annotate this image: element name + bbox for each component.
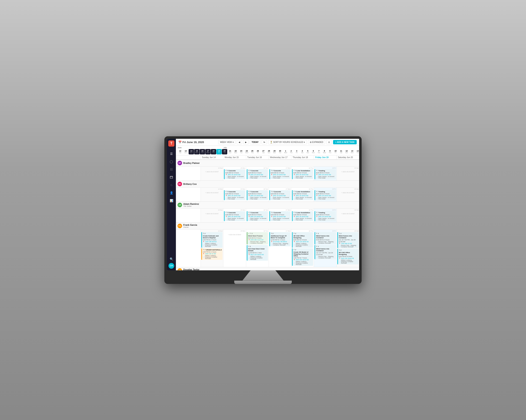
cal-day-jun-15[interactable]: 15Mon: [194, 149, 200, 154]
cell-p0-d2: 16 Tue⠿T Concrete8:00 AM for 9 hours📍699…: [246, 166, 269, 181]
cal-day-jul-1[interactable]: 1Wed: [283, 149, 288, 154]
task-project: 📄William Lindberg - Shipping Container R…: [248, 256, 267, 260]
t-icon: T: [204, 233, 205, 235]
task-card-p2-d2-t0[interactable]: ⠿T Concrete8:00 AM for 9 hours📍6992 7th …: [247, 211, 268, 221]
sidebar-icon-grid[interactable]: ☷: [168, 166, 175, 173]
task-card-p1-d4-t0[interactable]: ⠿T Liner Iinstallation8:00 AM for 9 hour…: [292, 190, 313, 200]
task-card-p2-d3-t0[interactable]: ⠿T Concrete8:00 AM for 9 hours📍6992 7th …: [269, 211, 291, 221]
add-event-p1-d6[interactable]: + ADD AN EVENT: [337, 190, 359, 195]
add-task-button[interactable]: + ADD A NEW TASK: [333, 140, 357, 144]
expanded-button[interactable]: ⊞ EXPANDED: [308, 140, 325, 144]
cal-day-jun-19[interactable]: 19Fri: [216, 149, 222, 154]
t-icon: T: [318, 191, 319, 193]
week-view-button[interactable]: WEEK VIEW ▾: [218, 140, 235, 144]
cal-day-jun-16[interactable]: 16Tue: [200, 149, 205, 154]
task-card-p3-d5-t1[interactable]: ⠿T Weld frames into ContainerJun 19 7:00…: [314, 245, 336, 259]
cal-day-jun-4[interactable]: 4Sat: [300, 149, 305, 154]
cal-day-jun-7[interactable]: 7Tue: [316, 149, 322, 154]
sidebar-icon-menu[interactable]: ☰: [168, 151, 175, 157]
task-location: 📍3343 11th Street SE: [293, 241, 312, 243]
task-card-p3-d0-t1[interactable]: ⠿T ORDER MATERIALS2:00 PM for 2 hours📍20…: [201, 248, 223, 260]
task-card-p2-d5-t0[interactable]: ⠿T Sealing8:00 AM for 9 hours📍6992 7th S…: [314, 211, 336, 221]
sidebar-icon-circle[interactable]: ◯: [168, 158, 175, 165]
cal-day-jun-6[interactable]: 6Mon: [311, 149, 316, 154]
add-event-p0-d0[interactable]: + ADD AN EVENT: [201, 169, 223, 174]
cal-day-jun-23[interactable]: 23Tue: [239, 149, 244, 154]
task-card-p0-d5-t0[interactable]: ⠿T Sealing8:00 AM for 9 hours📍6992 7th S…: [314, 169, 336, 179]
task-card-p2-d4-t0[interactable]: ⠿T Liner Iinstallation8:00 AM for 9 hour…: [292, 211, 313, 221]
cal-day-jun-12[interactable]: 12Sun: [344, 149, 349, 154]
add-event-p0-d6[interactable]: + ADD AN EVENT: [337, 169, 359, 174]
sidebar: T ☰ ◯ ☷ ♘ 👤 📊 🔍 CH: [167, 139, 176, 270]
person-role-3: Owner: [183, 226, 197, 228]
cal-day-jun-13[interactable]: 13Mon: [350, 149, 355, 154]
cal-day-jun-22[interactable]: 22Mon: [233, 149, 238, 154]
task-card-p1-d3-t0[interactable]: ⠿T Concrete8:00 AM for 9 hours📍6992 7th …: [269, 190, 291, 200]
task-card-p3-d5-t0[interactable]: ⠿T Weld frames into Container8:00 AM for…: [314, 232, 336, 245]
cal-day-jun-5[interactable]: 5Sun: [305, 149, 311, 154]
today-button[interactable]: TODAY: [250, 140, 261, 144]
next-button[interactable]: ▶: [243, 140, 249, 144]
cal-day-jun-17[interactable]: 17Wed: [205, 149, 211, 154]
prev-button[interactable]: ◀: [237, 140, 242, 144]
logo[interactable]: T: [168, 140, 174, 147]
task-card-p1-d5-t0[interactable]: ⠿T Sealing8:00 AM for 9 hours📍6992 7th S…: [314, 190, 336, 200]
cal-day-jun-18[interactable]: 18Thu: [211, 149, 216, 154]
cal-day-jun-30[interactable]: 30Tue: [277, 149, 283, 154]
task-card-p0-d3-t0[interactable]: ⠿T Concrete8:00 AM for 9 hours📍6992 7th …: [269, 169, 291, 179]
add-event-p2-d6[interactable]: + ADD AN EVENT: [337, 211, 359, 216]
cal-day-jun-10[interactable]: 10Fri: [333, 149, 338, 154]
add-event-p2-d0[interactable]: + ADD AN EVENT: [201, 211, 223, 216]
task-card-p0-d2-t0[interactable]: ⠿T Concrete8:00 AM for 9 hours📍6992 7th …: [247, 169, 268, 179]
cal-day-jun-28[interactable]: 28Sun: [266, 149, 272, 154]
cal-day-jun-11[interactable]: 11Sat: [338, 149, 344, 154]
person-avatar-3: FG: [178, 224, 182, 228]
cal-day-jun-13[interactable]: 13Sun: [183, 149, 188, 154]
sort-button[interactable]: ⏳ SORT BY HOURS SCHEDULED ▾: [268, 140, 307, 144]
task-card-p3-d0-t0[interactable]: ⠿T Create Estimate and Send to Stephan2:…: [201, 232, 223, 248]
cal-day-jun-24[interactable]: 24Wed: [244, 149, 249, 154]
cal-day-jun-26[interactable]: 26Fri: [255, 149, 261, 154]
task-title: ⠿T Liner Iinstallation: [293, 191, 312, 193]
task-card-p3-d6-t0[interactable]: ⠿T Weld frames into ContainerJun 19 7:00…: [337, 232, 359, 248]
cal-day-jun-14[interactable]: 14Sun: [189, 149, 194, 154]
cal-day-jun-25[interactable]: 25Thu: [250, 149, 255, 154]
task-project: 📄Reeses Park - Shipping Container Remode…: [339, 245, 358, 247]
sidebar-icon-calendar[interactable]: [168, 174, 175, 181]
task-card-p0-d4-t0[interactable]: ⠿T Liner Iinstallation8:00 AM for 9 hour…: [292, 169, 313, 179]
task-card-p0-d1-t0[interactable]: ⠿T Concrete8:00 AM for 9 hours📍6992 7th …: [224, 169, 245, 179]
cal-day-jun-21[interactable]: 21Sun: [227, 149, 233, 154]
cal-day-jun-8[interactable]: 8Wed: [322, 149, 327, 154]
t-icon: T: [341, 249, 342, 251]
task-card-p1-d2-t0[interactable]: ⠿T Concrete8:00 AM for 9 hours📍6992 7th …: [247, 190, 268, 200]
cal-day-jun-2[interactable]: 2Thu: [288, 149, 294, 154]
cal-day-jun-20[interactable]: 20Sat: [222, 149, 227, 154]
task-title: ⠿T Concrete: [225, 191, 244, 193]
user-avatar[interactable]: CH: [169, 263, 174, 269]
task-title: ⠿T 3D CAD Office Designing: [293, 233, 312, 239]
task-project: 📄William Lindberg - Shipping Container R…: [293, 243, 312, 247]
sidebar-icon-chart[interactable]: 📊: [168, 197, 175, 204]
cal-day-jun-29[interactable]: 29Mon: [272, 149, 277, 154]
add-event-p3-d1[interactable]: + ADD AN EVENT: [224, 232, 245, 237]
cal-day-jun-3[interactable]: 3Fri: [294, 149, 299, 154]
task-card-p3-d4-t1[interactable]: ⠿T Create 3D Model of Shipping Container…: [292, 248, 313, 266]
task-card-p1-d1-t0[interactable]: ⠿T Concrete8:00 AM for 9 hours📍6992 7th …: [224, 190, 245, 200]
cal-day-jun-12[interactable]: 12Sat: [178, 149, 183, 154]
sidebar-icon-search[interactable]: 🔍: [168, 256, 175, 262]
add-event-p1-d0[interactable]: + ADD AN EVENT: [201, 190, 223, 195]
task-card-p3-d2-t0[interactable]: ✓⠿T Weld Steel Frames8:00 AM for 9 hours…: [247, 232, 268, 245]
task-card-p3-d6-t1[interactable]: ⠿T 3D CAD Office Designing5:00 PM for 6 …: [337, 249, 359, 264]
filter-button[interactable]: ⚖: [326, 140, 332, 144]
sidebar-icon-user[interactable]: 👤: [168, 190, 175, 196]
task-project: 📄Ryan Santos - In Ground Pool Install: [316, 197, 335, 200]
task-card-p2-d1-t0[interactable]: ⠿T Concrete8:00 AM for 9 hours📍6992 7th …: [224, 211, 245, 221]
task-card-p3-d4-t0[interactable]: ⠿T 3D CAD Office Designing8:00 AM for 6 …: [292, 232, 313, 248]
task-card-p3-d2-t1[interactable]: ⠿T Get Chad Steel Order Details11:00 AM …: [247, 245, 268, 261]
cal-day-jun-9[interactable]: 9Thu: [327, 149, 333, 154]
timeline-button[interactable]: ⇆: [262, 140, 267, 144]
cal-day-jun-27[interactable]: 27Sat: [261, 149, 266, 154]
cal-day-jun-14[interactable]: 14Tue: [355, 149, 359, 154]
sidebar-icon-chess[interactable]: ♘: [168, 182, 175, 188]
task-card-p3-d3-t0[interactable]: ⠿T Additional Scope Of Work To Complete1…: [269, 232, 291, 246]
